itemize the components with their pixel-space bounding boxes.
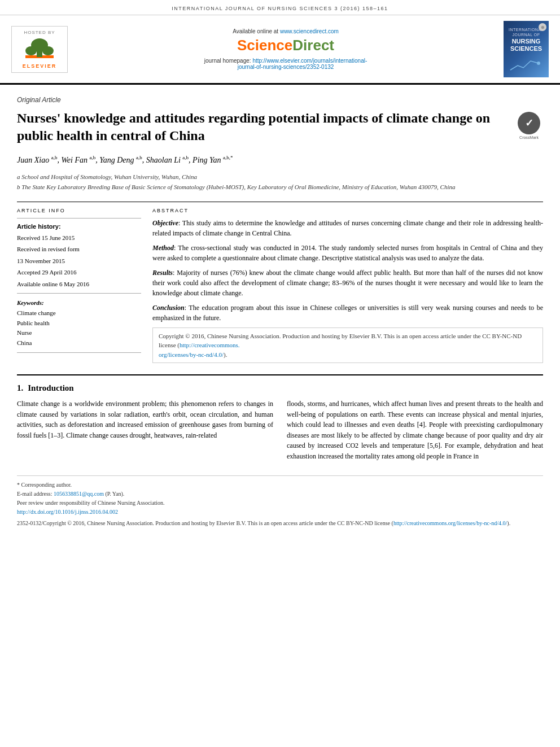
corresponding-label: * Corresponding author. [17,482,72,488]
abstract-objective: Objective: This study aims to determine … [152,218,543,238]
science-text: Science [237,37,292,54]
abstract-header: ABSTRACT [152,208,543,213]
article-content: Original Article Nurses' knowledge and a… [0,85,560,539]
header-divider [17,202,543,202]
journal-center-info: Available online at www.sciencedirect.co… [73,28,498,70]
journal-homepage-label: journal homepage: [204,58,251,64]
abstract-results: Results: Majority of nurses (76%) knew a… [152,268,543,298]
article-info-divider [17,218,141,219]
journal-top-bar: INTERNATIONAL JOURNAL OF NURSING SCIENCE… [0,0,560,15]
keyword-nurse: Nurse [17,328,141,338]
affiliation-b: b The State Key Laboratory Breeding Base… [17,182,543,193]
accepted-date: Accepted 29 April 2016 [17,268,141,277]
article-title: Nurses' knowledge and attitudes regardin… [17,110,504,145]
intro-left-col: Climate change is a worldwide environmen… [17,399,273,466]
introduction-section: 1. Introduction Climate change is a worl… [17,374,543,466]
elsevier-logo-image [17,37,62,65]
journal-url-link[interactable]: http://www.elsevier.com/journals/interna… [238,58,368,70]
email-line: E-mail address: 1056338851@qq.com (P. Ya… [17,490,543,499]
affiliation-a: a School and Hospital of Stomatology, Wu… [17,172,543,182]
objective-label: Objective [152,219,178,227]
doi-link[interactable]: http://dx.doi.org/10.1016/j.ijnss.2016.0… [17,509,118,515]
copyright-bottom-line: 2352-0132/Copyright © 2016, Chinese Nurs… [17,519,543,528]
cc-license-link[interactable]: http://creativecommons.org/licenses/by-n… [159,342,240,358]
crossmark-icon: ✓ [518,112,540,134]
email-suffix: (P. Yan). [105,491,124,497]
cover-nursing-label: NURSING [512,38,541,45]
abstract-conclusion: Conclusion: The education program about … [152,303,543,323]
introduction-body: Climate change is a worldwide environmen… [17,399,543,466]
cc-bottom-link[interactable]: http://creativecommons.org/licenses/by-n… [393,520,507,526]
keywords-divider [17,293,141,294]
footnote-section: * Corresponding author. E-mail address: … [17,475,543,528]
svg-point-4 [42,46,54,55]
direct-text: Direct [292,37,334,54]
revised-date: 13 November 2015 [17,256,141,266]
section-title-row: 1. Introduction [17,383,543,393]
intro-para2: floods, storms, and hurricanes, which af… [287,399,543,462]
objective-text: : This study aims to determine the knowl… [152,219,543,237]
sciencedirect-url-link[interactable]: www.sciencedirect.com [280,28,339,34]
svg-point-5 [537,62,540,65]
available-date: Available online 6 May 2016 [17,279,141,289]
article-info-column: ARTICLE INFO Article history: Received 1… [17,208,141,364]
corresponding-author: * Corresponding author. [17,480,543,490]
intro-para1: Climate change is a worldwide environmen… [17,399,273,440]
keywords-bottom-divider [17,352,141,353]
conclusion-label: Conclusion [152,304,185,312]
cover-icon: ⊕ [541,25,545,30]
article-info-abstract-section: ARTICLE INFO Article history: Received 1… [17,208,543,364]
results-label: Results [152,269,173,277]
keyword-public-health: Public health [17,318,141,329]
article-title-row: Nurses' knowledge and attitudes regardin… [17,110,543,145]
article-type-label: Original Article [17,96,543,104]
email-link[interactable]: 1056338851@qq.com [54,491,104,497]
journal-homepage-info: journal homepage: http://www.elsevier.co… [85,58,487,70]
peer-review-line: Peer review under responsibility of Chin… [17,499,543,508]
method-text: : The cross-sectional study was conducte… [152,244,543,262]
abstract-copyright: Copyright © 2016, Chinese Nursing Associ… [152,327,543,364]
svg-point-3 [25,46,37,55]
elsevier-tree-icon [20,38,59,64]
email-label: E-mail address: [17,491,52,497]
hosted-by-label: HOSTED BY [24,30,55,35]
keyword-climate: Climate change [17,308,141,318]
crossmark-badge: ✓ CrossMark [515,112,543,139]
journal-header: HOSTED BY ELSEVIER Available online at w… [0,15,560,85]
elsevier-name-label: ELSEVIER [23,63,57,69]
method-label: Method [152,244,174,252]
revised-label: Received in revised form [17,244,141,254]
available-online-text: Available online at www.sciencedirect.co… [85,28,487,34]
abstract-method: Method: The cross-sectional study was co… [152,243,543,263]
keywords-label: Keywords: [17,299,141,306]
intro-right-col: floods, storms, and hurricanes, which af… [287,399,543,466]
journal-volume-info: INTERNATIONAL JOURNAL OF NURSING SCIENCE… [172,6,388,11]
journal-cover-image: ⊕ International Journal of NURSING SCIEN… [504,21,549,77]
received-date: Received 15 June 2015 [17,233,141,243]
conclusion-text: : The education program about this issue… [152,304,543,322]
article-info-header: ARTICLE INFO [17,208,141,213]
peer-review-text: Peer review under responsibility of Chin… [17,500,165,506]
cover-chart-icon [509,55,543,71]
section-number: 1. [17,383,23,393]
elsevier-logo: HOSTED BY ELSEVIER [11,26,68,73]
keyword-china: China [17,338,141,348]
abstract-column: ABSTRACT Objective: This study aims to d… [152,208,543,364]
affiliations: a School and Hospital of Stomatology, Wu… [17,172,543,192]
results-text: : Majority of nurses (76%) knew about th… [152,269,543,297]
section-title-text: Introduction [28,383,73,393]
history-label: Article history: [17,223,141,230]
authors-line: Juan Xiao a,b, Wei Fan a,b, Yang Deng a,… [17,154,543,167]
doi-line: http://dx.doi.org/10.1016/j.ijnss.2016.0… [17,508,543,517]
sciencedirect-logo: ScienceDirect [85,37,487,54]
crossmark-label: CrossMark [519,136,539,139]
cover-sciences-label: SCIENCES [510,45,542,52]
